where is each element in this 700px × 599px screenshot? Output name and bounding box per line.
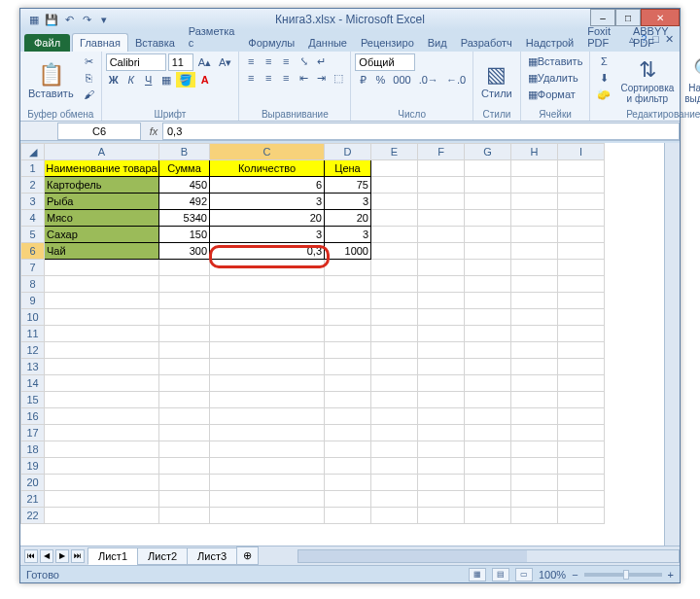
row-header[interactable]: 8 [21, 276, 45, 293]
row-header[interactable]: 3 [21, 194, 45, 210]
cell[interactable] [558, 491, 605, 508]
cell[interactable] [210, 508, 325, 524]
cell[interactable] [45, 326, 159, 342]
minimize-ribbon-icon[interactable]: ▵ [629, 33, 635, 46]
cell[interactable] [511, 326, 558, 342]
fx-icon[interactable]: fx [145, 125, 162, 137]
cell[interactable] [45, 309, 159, 326]
cell[interactable] [511, 194, 558, 210]
cell[interactable] [558, 210, 605, 227]
cell[interactable] [511, 227, 558, 243]
cell[interactable] [325, 475, 371, 491]
cell[interactable] [371, 227, 418, 243]
cell[interactable] [325, 342, 371, 359]
bold-button[interactable]: Ж [106, 72, 122, 88]
cell[interactable] [465, 260, 511, 276]
cell[interactable] [418, 210, 465, 227]
tab-formulas[interactable]: Формулы [241, 34, 301, 52]
horizontal-scrollbar[interactable] [298, 549, 680, 563]
align-top-icon[interactable]: ≡ [243, 53, 259, 69]
cell[interactable] [465, 408, 511, 425]
cell[interactable] [325, 392, 371, 408]
cell[interactable] [511, 508, 558, 524]
cell[interactable] [371, 326, 418, 342]
merge-icon[interactable]: ⬚ [331, 70, 346, 86]
cell[interactable] [511, 210, 558, 227]
cell[interactable] [45, 359, 159, 375]
cell[interactable] [210, 359, 325, 375]
cell[interactable] [558, 309, 605, 326]
row-header[interactable]: 1 [21, 160, 45, 177]
cell[interactable] [371, 342, 418, 359]
cell[interactable] [45, 408, 159, 425]
cell[interactable] [371, 375, 418, 392]
cell[interactable] [465, 475, 511, 491]
row-header[interactable]: 2 [21, 177, 45, 194]
cell[interactable] [210, 408, 325, 425]
row-header[interactable]: 5 [21, 227, 45, 243]
cell[interactable] [511, 392, 558, 408]
shrink-font-icon[interactable]: A▾ [216, 54, 234, 70]
tab-file[interactable]: Файл [24, 34, 70, 52]
select-all-cell[interactable]: ◢ [21, 144, 45, 160]
cell[interactable] [325, 458, 371, 475]
currency-icon[interactable]: ₽ [355, 72, 370, 88]
copy-icon[interactable]: ⎘ [81, 70, 97, 86]
cell[interactable] [325, 425, 371, 441]
cell[interactable] [159, 342, 210, 359]
cell[interactable] [325, 441, 371, 458]
grow-font-icon[interactable]: A▴ [195, 54, 214, 70]
view-pagebreak-icon[interactable]: ▭ [515, 568, 533, 581]
cell[interactable] [371, 210, 418, 227]
cell[interactable] [418, 359, 465, 375]
cell[interactable] [159, 491, 210, 508]
cell[interactable] [511, 243, 558, 260]
cell[interactable] [371, 160, 418, 177]
fill-icon[interactable]: ⬇ [594, 70, 613, 86]
cell[interactable] [210, 309, 325, 326]
cell[interactable] [418, 276, 465, 293]
cell[interactable] [465, 276, 511, 293]
number-format-select[interactable]: Общий [355, 53, 415, 71]
cell[interactable]: 3 [325, 194, 371, 210]
row-header[interactable]: 4 [21, 210, 45, 227]
row-header[interactable]: 22 [21, 508, 45, 524]
align-left-icon[interactable]: ≡ [243, 70, 259, 86]
tab-data[interactable]: Данные [301, 34, 354, 52]
cut-icon[interactable]: ✂ [81, 53, 97, 69]
row-header[interactable]: 18 [21, 441, 45, 458]
cell[interactable] [511, 408, 558, 425]
cell[interactable]: Количество [210, 160, 325, 177]
cell[interactable] [159, 408, 210, 425]
cell[interactable] [465, 309, 511, 326]
cell[interactable] [418, 441, 465, 458]
cell[interactable] [418, 508, 465, 524]
cell[interactable]: Сумма [159, 160, 210, 177]
cell[interactable] [45, 458, 159, 475]
cell[interactable] [465, 210, 511, 227]
cell[interactable] [371, 475, 418, 491]
sheet-tab[interactable]: Лист1 [88, 547, 138, 565]
cell[interactable] [418, 309, 465, 326]
orientation-icon[interactable]: ⤥ [296, 53, 311, 69]
cell[interactable] [210, 260, 325, 276]
cell[interactable] [325, 359, 371, 375]
cell[interactable] [558, 508, 605, 524]
align-right-icon[interactable]: ≡ [278, 70, 294, 86]
cell[interactable] [418, 293, 465, 309]
cell[interactable] [159, 392, 210, 408]
cell[interactable] [418, 160, 465, 177]
cell[interactable] [465, 508, 511, 524]
spreadsheet-grid[interactable]: ◢ A B C D E F G H I 1 Наименование товар… [20, 143, 605, 524]
tab-scroll-last[interactable]: ⏭ [71, 549, 85, 563]
cell[interactable]: 450 [159, 177, 210, 194]
cell[interactable] [465, 227, 511, 243]
decrease-indent-icon[interactable]: ⇤ [296, 70, 311, 86]
cell[interactable] [371, 508, 418, 524]
col-header-I[interactable]: I [558, 144, 605, 160]
row-header[interactable]: 9 [21, 293, 45, 309]
cell[interactable] [159, 276, 210, 293]
cell[interactable] [511, 475, 558, 491]
cell[interactable] [325, 375, 371, 392]
cell[interactable] [45, 491, 159, 508]
